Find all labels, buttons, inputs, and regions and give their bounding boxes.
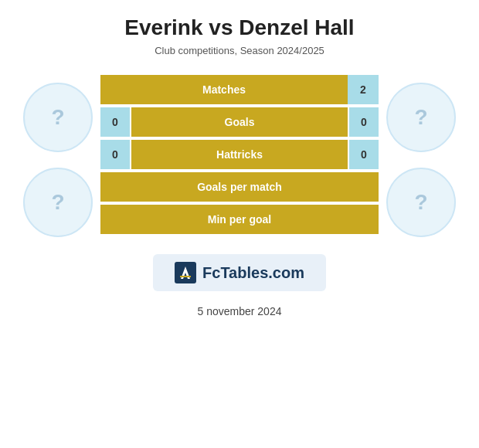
- min-per-goal-row: Min per goal: [100, 205, 379, 234]
- svg-rect-2: [180, 276, 191, 277]
- matches-label: Matches: [100, 75, 348, 104]
- logo-text: FcTables.com: [202, 264, 304, 282]
- avatar-left-top: ?: [23, 83, 93, 152]
- hattricks-value-right: 0: [348, 140, 379, 169]
- right-avatar-column: ? ?: [379, 75, 464, 237]
- avatar-left-bottom: ?: [23, 168, 93, 237]
- logo-area: FcTables.com: [153, 254, 326, 291]
- matches-value: 2: [348, 75, 379, 104]
- goals-value-right: 0: [348, 107, 379, 137]
- min-per-goal-label: Min per goal: [100, 205, 379, 234]
- logo-box: FcTables.com: [153, 254, 326, 291]
- footer-date: 5 november 2024: [198, 305, 282, 317]
- avatar-right-bottom: ?: [386, 168, 456, 237]
- matches-row: Matches 2: [100, 75, 379, 104]
- page-subtitle: Club competitions, Season 2024/2025: [155, 45, 324, 56]
- stats-area: ? ? Matches 2 0 Goals 0 0 Hattricks: [8, 75, 471, 237]
- page-wrapper: Everink vs Denzel Hall Club competitions…: [0, 0, 479, 448]
- hattricks-value-left: 0: [100, 140, 131, 169]
- fctables-icon: [175, 262, 196, 283]
- goals-per-match-label: Goals per match: [100, 172, 379, 202]
- hattricks-label: Hattricks: [131, 140, 348, 169]
- hattricks-row: 0 Hattricks 0: [100, 140, 379, 169]
- left-avatar-column: ? ?: [15, 75, 100, 237]
- goals-row: 0 Goals 0: [100, 107, 379, 137]
- avatar-right-top: ?: [386, 83, 456, 152]
- page-title: Everink vs Denzel Hall: [124, 15, 354, 40]
- stats-center: Matches 2 0 Goals 0 0 Hattricks 0 Goals …: [100, 75, 379, 234]
- goals-value-left: 0: [100, 107, 131, 137]
- goals-per-match-row: Goals per match: [100, 172, 379, 202]
- goals-label: Goals: [131, 107, 348, 137]
